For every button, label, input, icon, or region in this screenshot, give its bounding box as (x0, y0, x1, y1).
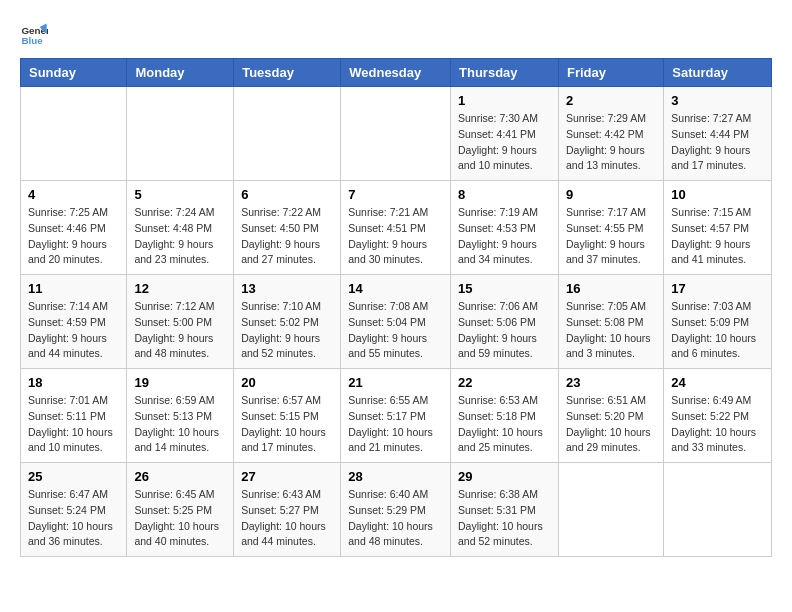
calendar-cell: 27Sunrise: 6:43 AMSunset: 5:27 PMDayligh… (234, 463, 341, 557)
weekday-header-monday: Monday (127, 59, 234, 87)
day-number: 24 (671, 375, 764, 390)
page-header: General Blue (20, 20, 772, 48)
day-number: 11 (28, 281, 119, 296)
calendar-week-3: 18Sunrise: 7:01 AMSunset: 5:11 PMDayligh… (21, 369, 772, 463)
day-info: Sunrise: 7:25 AMSunset: 4:46 PMDaylight:… (28, 205, 119, 268)
logo: General Blue (20, 20, 48, 48)
calendar-cell: 22Sunrise: 6:53 AMSunset: 5:18 PMDayligh… (451, 369, 559, 463)
day-number: 6 (241, 187, 333, 202)
calendar-cell: 2Sunrise: 7:29 AMSunset: 4:42 PMDaylight… (558, 87, 663, 181)
calendar-cell: 9Sunrise: 7:17 AMSunset: 4:55 PMDaylight… (558, 181, 663, 275)
calendar-cell: 15Sunrise: 7:06 AMSunset: 5:06 PMDayligh… (451, 275, 559, 369)
day-number: 18 (28, 375, 119, 390)
day-number: 19 (134, 375, 226, 390)
day-number: 7 (348, 187, 443, 202)
calendar-cell: 12Sunrise: 7:12 AMSunset: 5:00 PMDayligh… (127, 275, 234, 369)
calendar-cell: 21Sunrise: 6:55 AMSunset: 5:17 PMDayligh… (341, 369, 451, 463)
calendar-cell: 23Sunrise: 6:51 AMSunset: 5:20 PMDayligh… (558, 369, 663, 463)
calendar-cell (127, 87, 234, 181)
day-info: Sunrise: 7:21 AMSunset: 4:51 PMDaylight:… (348, 205, 443, 268)
weekday-header-friday: Friday (558, 59, 663, 87)
calendar-cell (21, 87, 127, 181)
day-info: Sunrise: 7:01 AMSunset: 5:11 PMDaylight:… (28, 393, 119, 456)
day-number: 20 (241, 375, 333, 390)
calendar-cell: 16Sunrise: 7:05 AMSunset: 5:08 PMDayligh… (558, 275, 663, 369)
calendar-cell: 29Sunrise: 6:38 AMSunset: 5:31 PMDayligh… (451, 463, 559, 557)
day-number: 8 (458, 187, 551, 202)
day-number: 26 (134, 469, 226, 484)
calendar-week-2: 11Sunrise: 7:14 AMSunset: 4:59 PMDayligh… (21, 275, 772, 369)
calendar-cell: 17Sunrise: 7:03 AMSunset: 5:09 PMDayligh… (664, 275, 772, 369)
day-info: Sunrise: 6:40 AMSunset: 5:29 PMDaylight:… (348, 487, 443, 550)
day-info: Sunrise: 6:57 AMSunset: 5:15 PMDaylight:… (241, 393, 333, 456)
calendar-cell: 13Sunrise: 7:10 AMSunset: 5:02 PMDayligh… (234, 275, 341, 369)
day-number: 23 (566, 375, 656, 390)
weekday-header-saturday: Saturday (664, 59, 772, 87)
day-info: Sunrise: 6:55 AMSunset: 5:17 PMDaylight:… (348, 393, 443, 456)
calendar-cell: 6Sunrise: 7:22 AMSunset: 4:50 PMDaylight… (234, 181, 341, 275)
weekday-header-thursday: Thursday (451, 59, 559, 87)
day-number: 29 (458, 469, 551, 484)
day-info: Sunrise: 6:38 AMSunset: 5:31 PMDaylight:… (458, 487, 551, 550)
day-info: Sunrise: 7:17 AMSunset: 4:55 PMDaylight:… (566, 205, 656, 268)
calendar-cell (664, 463, 772, 557)
calendar-cell: 28Sunrise: 6:40 AMSunset: 5:29 PMDayligh… (341, 463, 451, 557)
day-info: Sunrise: 7:19 AMSunset: 4:53 PMDaylight:… (458, 205, 551, 268)
day-info: Sunrise: 7:08 AMSunset: 5:04 PMDaylight:… (348, 299, 443, 362)
calendar-cell: 3Sunrise: 7:27 AMSunset: 4:44 PMDaylight… (664, 87, 772, 181)
day-info: Sunrise: 6:43 AMSunset: 5:27 PMDaylight:… (241, 487, 333, 550)
day-number: 16 (566, 281, 656, 296)
day-info: Sunrise: 7:22 AMSunset: 4:50 PMDaylight:… (241, 205, 333, 268)
day-info: Sunrise: 7:29 AMSunset: 4:42 PMDaylight:… (566, 111, 656, 174)
day-info: Sunrise: 7:10 AMSunset: 5:02 PMDaylight:… (241, 299, 333, 362)
svg-text:Blue: Blue (21, 35, 43, 46)
calendar-cell: 8Sunrise: 7:19 AMSunset: 4:53 PMDaylight… (451, 181, 559, 275)
calendar-week-4: 25Sunrise: 6:47 AMSunset: 5:24 PMDayligh… (21, 463, 772, 557)
day-info: Sunrise: 7:06 AMSunset: 5:06 PMDaylight:… (458, 299, 551, 362)
day-info: Sunrise: 7:24 AMSunset: 4:48 PMDaylight:… (134, 205, 226, 268)
day-number: 27 (241, 469, 333, 484)
calendar-cell: 4Sunrise: 7:25 AMSunset: 4:46 PMDaylight… (21, 181, 127, 275)
day-number: 2 (566, 93, 656, 108)
calendar-cell: 11Sunrise: 7:14 AMSunset: 4:59 PMDayligh… (21, 275, 127, 369)
day-number: 15 (458, 281, 551, 296)
day-info: Sunrise: 6:49 AMSunset: 5:22 PMDaylight:… (671, 393, 764, 456)
calendar-week-1: 4Sunrise: 7:25 AMSunset: 4:46 PMDaylight… (21, 181, 772, 275)
day-number: 12 (134, 281, 226, 296)
calendar-week-0: 1Sunrise: 7:30 AMSunset: 4:41 PMDaylight… (21, 87, 772, 181)
calendar-cell (558, 463, 663, 557)
calendar-cell: 7Sunrise: 7:21 AMSunset: 4:51 PMDaylight… (341, 181, 451, 275)
day-info: Sunrise: 6:51 AMSunset: 5:20 PMDaylight:… (566, 393, 656, 456)
weekday-header-row: SundayMondayTuesdayWednesdayThursdayFrid… (21, 59, 772, 87)
day-info: Sunrise: 6:45 AMSunset: 5:25 PMDaylight:… (134, 487, 226, 550)
day-info: Sunrise: 6:53 AMSunset: 5:18 PMDaylight:… (458, 393, 551, 456)
day-info: Sunrise: 7:12 AMSunset: 5:00 PMDaylight:… (134, 299, 226, 362)
weekday-header-wednesday: Wednesday (341, 59, 451, 87)
day-number: 5 (134, 187, 226, 202)
calendar-cell: 5Sunrise: 7:24 AMSunset: 4:48 PMDaylight… (127, 181, 234, 275)
day-number: 28 (348, 469, 443, 484)
day-number: 3 (671, 93, 764, 108)
calendar-cell: 10Sunrise: 7:15 AMSunset: 4:57 PMDayligh… (664, 181, 772, 275)
day-number: 21 (348, 375, 443, 390)
weekday-header-tuesday: Tuesday (234, 59, 341, 87)
calendar-cell (341, 87, 451, 181)
calendar-cell: 26Sunrise: 6:45 AMSunset: 5:25 PMDayligh… (127, 463, 234, 557)
logo-icon: General Blue (20, 20, 48, 48)
day-number: 10 (671, 187, 764, 202)
day-number: 1 (458, 93, 551, 108)
day-number: 9 (566, 187, 656, 202)
day-number: 22 (458, 375, 551, 390)
calendar-cell: 20Sunrise: 6:57 AMSunset: 5:15 PMDayligh… (234, 369, 341, 463)
day-info: Sunrise: 7:14 AMSunset: 4:59 PMDaylight:… (28, 299, 119, 362)
weekday-header-sunday: Sunday (21, 59, 127, 87)
calendar-cell: 24Sunrise: 6:49 AMSunset: 5:22 PMDayligh… (664, 369, 772, 463)
calendar-cell: 19Sunrise: 6:59 AMSunset: 5:13 PMDayligh… (127, 369, 234, 463)
day-info: Sunrise: 7:15 AMSunset: 4:57 PMDaylight:… (671, 205, 764, 268)
calendar-cell: 18Sunrise: 7:01 AMSunset: 5:11 PMDayligh… (21, 369, 127, 463)
day-number: 14 (348, 281, 443, 296)
calendar-table: SundayMondayTuesdayWednesdayThursdayFrid… (20, 58, 772, 557)
calendar-body: 1Sunrise: 7:30 AMSunset: 4:41 PMDaylight… (21, 87, 772, 557)
day-number: 17 (671, 281, 764, 296)
calendar-cell: 1Sunrise: 7:30 AMSunset: 4:41 PMDaylight… (451, 87, 559, 181)
